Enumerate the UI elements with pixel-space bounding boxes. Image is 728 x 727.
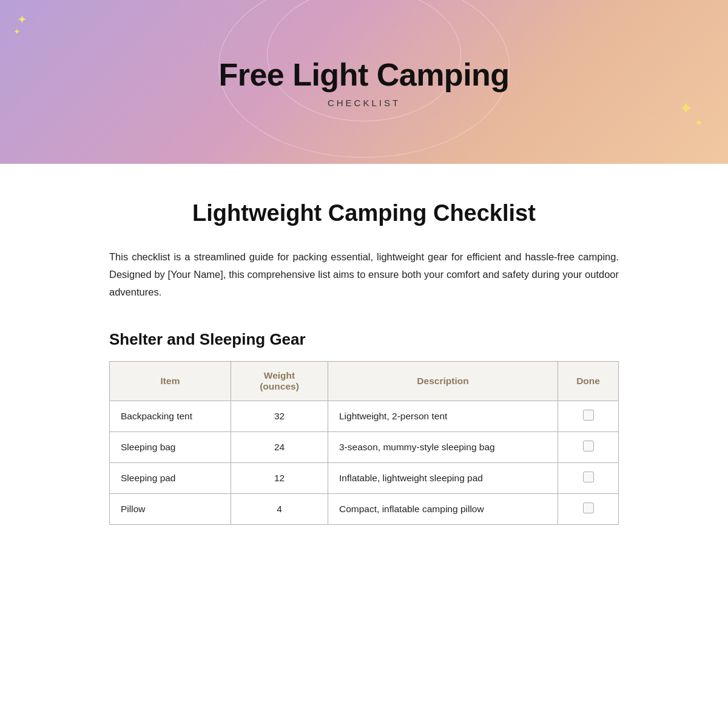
- table-row: Sleeping bag243-season, mummy-style slee…: [110, 431, 619, 462]
- col-header-item: Item: [110, 361, 231, 401]
- cell-done-0[interactable]: [558, 401, 619, 431]
- checkbox-2[interactable]: [583, 472, 594, 482]
- header-banner: ✦ ✦ ✦ ✦ Free Light Camping CHECKLIST: [0, 0, 728, 164]
- checklist-table: Item Weight(ounces) Description Done Bac…: [109, 361, 619, 525]
- cell-description-0: Lightweight, 2-person tent: [328, 401, 558, 431]
- table-header-row: Item Weight(ounces) Description Done: [110, 361, 619, 401]
- description-text: This checklist is a streamlined guide fo…: [109, 248, 619, 301]
- main-content: Lightweight Camping Checklist This check…: [85, 164, 643, 569]
- table-row: Pillow4Compact, inflatable camping pillo…: [110, 493, 619, 524]
- header-subtitle: CHECKLIST: [328, 98, 400, 108]
- sparkle-top-left: ✦: [17, 13, 27, 25]
- cell-item-0: Backpacking tent: [110, 401, 231, 431]
- cell-weight-1: 24: [231, 431, 328, 462]
- col-header-weight: Weight(ounces): [231, 361, 328, 401]
- table-row: Sleeping pad12Inflatable, lightweight sl…: [110, 462, 619, 493]
- cell-item-3: Pillow: [110, 493, 231, 524]
- cell-description-2: Inflatable, lightweight sleeping pad: [328, 462, 558, 493]
- checkbox-1[interactable]: [583, 441, 594, 451]
- cell-description-1: 3-season, mummy-style sleeping bag: [328, 431, 558, 462]
- sparkle-top-right: ✦: [679, 100, 693, 117]
- col-header-done: Done: [558, 361, 619, 401]
- cell-done-3[interactable]: [558, 493, 619, 524]
- checkbox-0[interactable]: [583, 410, 594, 421]
- page-title: Lightweight Camping Checklist: [109, 200, 619, 226]
- sparkle-top-left-2: ✦: [13, 28, 21, 36]
- cell-weight-0: 32: [231, 401, 328, 431]
- sparkle-top-right-2: ✦: [695, 118, 703, 128]
- cell-description-3: Compact, inflatable camping pillow: [328, 493, 558, 524]
- cell-weight-3: 4: [231, 493, 328, 524]
- checkbox-3[interactable]: [583, 502, 594, 513]
- cell-item-1: Sleeping bag: [110, 431, 231, 462]
- section-title-shelter: Shelter and Sleeping Gear: [109, 330, 619, 349]
- table-row: Backpacking tent32Lightweight, 2-person …: [110, 401, 619, 431]
- cell-weight-2: 12: [231, 462, 328, 493]
- header-title: Free Light Camping: [218, 56, 509, 93]
- cell-done-1[interactable]: [558, 431, 619, 462]
- col-header-description: Description: [328, 361, 558, 401]
- cell-item-2: Sleeping pad: [110, 462, 231, 493]
- cell-done-2[interactable]: [558, 462, 619, 493]
